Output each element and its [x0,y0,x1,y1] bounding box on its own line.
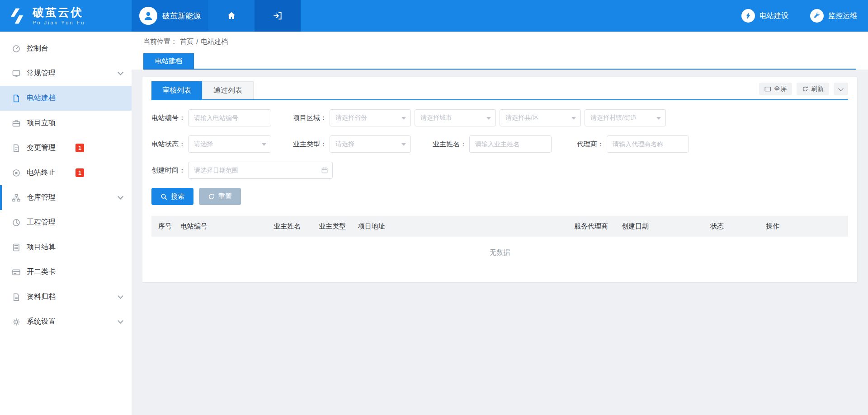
sidebar-item-label: 资料归档 [27,292,56,302]
col-index: 序号 [151,222,180,231]
chevron-down-icon [118,293,123,299]
sidebar-item-label: 工程管理 [27,218,56,227]
sidebar-item-label: 系统设置 [27,317,56,326]
refresh-icon [802,86,808,92]
sidebar-item-label: 常规管理 [27,69,56,78]
top-header: 破茧云伏 Po Jian Yun Fu 破茧新能源 [0,0,868,32]
sidebar-item-type2-card[interactable]: 开二类卡 [0,260,132,284]
station-no-input[interactable] [188,109,271,126]
nav-label: 电站建设 [760,11,788,21]
sidebar-item-data-archive[interactable]: 资料归档 [0,284,132,309]
col-owner-type: 业主类型 [319,222,358,231]
sidebar-item-label: 仓库管理 [27,193,56,202]
header-spacer [301,0,741,32]
sidebar-item-station-termination[interactable]: 电站终止 1 [0,160,132,185]
empty-text: 无数据 [151,237,848,269]
sidebar-item-label: 变更管理 [27,143,56,153]
province-select[interactable]: 请选择省份 [330,109,411,126]
home-button[interactable] [208,0,255,32]
nav-monitor-ops[interactable]: 监控运维 [810,9,857,23]
sidebar-item-project-initiation[interactable]: 项目立项 [0,111,132,135]
select-caret-icon [486,117,491,120]
wrench-icon [810,9,824,23]
logo-icon [7,6,27,26]
chart-pie-icon [12,218,21,227]
date-range-input[interactable] [188,162,333,179]
station-no-label: 电站编号： [151,114,185,122]
sidebar-item-project-settlement[interactable]: 项目结算 [0,235,132,260]
sidebar-item-change-mgmt[interactable]: 变更管理 1 [0,135,132,160]
fullscreen-icon [764,86,771,92]
calculator-icon [12,243,21,252]
sidebar-item-dashboard[interactable]: 控制台 [0,36,132,61]
col-station-no: 电站编号 [180,222,274,231]
home-icon [226,11,236,21]
reset-label: 重置 [218,192,232,201]
gear-icon [12,317,21,326]
station-termination-badge: 1 [75,168,84,177]
col-project-address: 项目地址 [358,222,574,231]
filter-row-2: 电站状态： 请选择 业主类型： 请选择 业主姓名： [151,135,848,153]
search-button[interactable]: 搜索 [151,188,193,205]
table-header: 序号 电站编号 业主姓名 业主类型 项目地址 服务代理商 创建日期 状态 操作 [151,216,848,237]
logo-subtitle: Po Jian Yun Fu [33,20,85,25]
owner-name-input[interactable] [469,135,552,153]
sidebar-item-system-settings[interactable]: 系统设置 [0,309,132,334]
company-name: 破茧新能源 [162,11,201,21]
select-caret-icon [571,117,576,120]
body: 控制台 常规管理 电站建档 [0,32,868,415]
exit-button[interactable] [255,0,301,32]
tab-passed-list[interactable]: 通过列表 [202,81,254,99]
breadcrumb-home[interactable]: 首页 [180,37,193,46]
nav-station-build[interactable]: 电站建设 [741,9,788,23]
station-status-select[interactable]: 请选择 [188,135,271,153]
user-menu[interactable]: 破茧新能源 [132,0,208,32]
sidebar-item-station-archive[interactable]: 电站建档 [0,86,132,111]
select-caret-icon [262,143,266,146]
select-caret-icon [656,117,661,120]
owner-type-label: 业主类型： [293,140,327,149]
nav-label: 监控运维 [828,11,857,21]
district-select[interactable]: 请选择县/区 [500,109,581,126]
search-icon [160,193,167,200]
calendar-icon [321,167,328,174]
filter-form: 电站编号： 项目区域： 请选择省份 请选择城市 [151,109,848,179]
login-arrow-icon [273,11,283,21]
city-select[interactable]: 请选择城市 [415,109,496,126]
filter-row-1: 电站编号： 项目区域： 请选择省份 请选择城市 [151,109,848,126]
town-select[interactable]: 请选择村镇/街道 [585,109,666,126]
collapse-button[interactable] [834,83,848,95]
chevron-down-icon [838,86,843,91]
tab-review-list[interactable]: 审核列表 [151,81,202,99]
document-icon [12,293,21,302]
search-label: 搜索 [171,192,184,201]
monitor-icon [12,69,21,78]
owner-type-select[interactable]: 请选择 [330,135,411,153]
col-service-agent: 服务代理商 [574,222,622,231]
change-mgmt-badge: 1 [75,144,84,152]
avatar [139,7,157,25]
sidebar-item-label: 控制台 [27,44,48,53]
select-caret-icon [401,117,406,120]
sidebar-item-general-mgmt[interactable]: 常规管理 [0,61,132,86]
dashboard-icon [12,44,21,53]
region-label: 项目区域： [293,114,327,122]
sidebar-item-label: 开二类卡 [27,267,56,277]
refresh-button[interactable]: 刷新 [797,83,829,95]
col-owner-name: 业主姓名 [274,222,319,231]
chevron-down-icon [118,318,123,324]
reset-button[interactable]: 重置 [199,188,241,205]
agent-input[interactable] [607,135,689,153]
fullscreen-button[interactable]: 全屏 [759,83,792,95]
app-root: 破茧云伏 Po Jian Yun Fu 破茧新能源 [0,0,868,415]
col-status: 状态 [710,222,766,231]
page-tab-station-archive[interactable]: 电站建档 [143,53,194,69]
stop-circle-icon [12,168,21,177]
owner-name-label: 业主姓名： [433,140,467,149]
agent-label: 代理商： [577,140,604,149]
sidebar-item-engineering-mgmt[interactable]: 工程管理 [0,210,132,235]
breadcrumb: 当前位置： 首页 / 电站建档 [132,32,868,51]
header-nav: 电站建设 监控运维 [741,0,868,32]
sidebar-item-warehouse-mgmt[interactable]: 仓库管理 [0,185,132,210]
breadcrumb-current[interactable]: 电站建档 [201,37,228,46]
